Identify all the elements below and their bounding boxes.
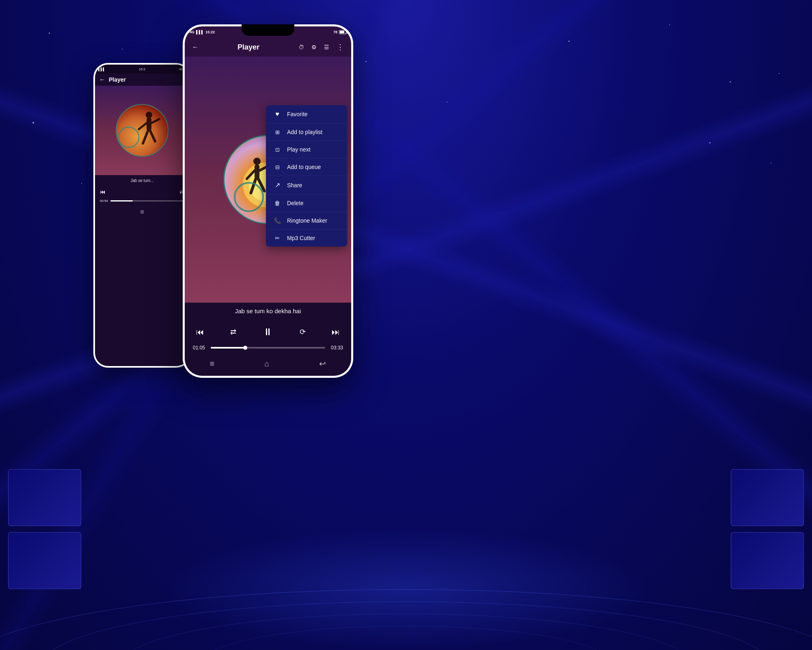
fg-queue-icon[interactable]: ☰ xyxy=(322,42,331,52)
fg-pause-icon: ⏸ xyxy=(263,326,273,338)
context-menu: ♥ Favorite ⊞ Add to playlist ⊡ Play next… xyxy=(266,105,347,247)
fg-status-left: 4G ▌▌▌ 15:22 xyxy=(190,30,215,34)
menu-label-share: Share xyxy=(287,182,302,188)
bg-progress: 00:59 xyxy=(95,197,189,206)
fg-nav-home[interactable]: ⌂ xyxy=(264,359,269,368)
bg-bottom-nav: ≡ xyxy=(95,206,189,220)
side-screens-left xyxy=(8,469,81,589)
fg-nav-back[interactable]: ↩ xyxy=(319,359,326,368)
svg-point-11 xyxy=(253,158,261,165)
fg-repeat[interactable]: ⟳ xyxy=(296,326,309,338)
screen-right-2 xyxy=(731,532,804,589)
fg-time-current: 01:05 xyxy=(193,345,207,351)
fg-equalizer-icon[interactable]: ⚙ xyxy=(310,42,318,52)
fg-song-title-area: Jab se tum ko dekha hai xyxy=(185,303,351,320)
phone-fg-screen: 4G ▌▌▌ 15:22 78 ← Player ⏱ ⚙ ☰ ⋮ xyxy=(185,26,351,376)
menu-item-mp3-cutter[interactable]: ✂ Mp3 Cutter xyxy=(266,230,347,247)
fg-nav-menu[interactable]: ≡ xyxy=(210,359,215,368)
add-to-queue-icon: ⊟ xyxy=(273,164,281,170)
fg-status-battery-text: 78 xyxy=(333,30,337,34)
bg-skip-prev[interactable]: ⏮ xyxy=(100,188,106,195)
fg-app-header: ← Player ⏱ ⚙ ☰ ⋮ xyxy=(185,38,351,56)
phone-notch xyxy=(242,24,294,36)
svg-point-1 xyxy=(146,112,152,118)
fg-status-network: 4G xyxy=(190,30,194,34)
fg-timer-icon[interactable]: ⏱ xyxy=(297,42,306,52)
fg-progress-thumb xyxy=(243,346,247,350)
share-icon: ↗ xyxy=(273,181,281,189)
add-to-playlist-icon: ⊞ xyxy=(273,129,281,135)
bg-album-art xyxy=(116,104,168,157)
fg-bottom-nav: ≡ ⌂ ↩ xyxy=(185,355,351,376)
fg-progress-fill xyxy=(211,347,245,349)
menu-item-share[interactable]: ↗ Share xyxy=(266,176,347,195)
fg-skip-prev[interactable]: ⏮ xyxy=(193,326,207,338)
fg-back-button[interactable]: ← xyxy=(190,42,200,52)
fg-skip-next[interactable]: ⏭ xyxy=(328,326,343,338)
menu-label-favorite: Favorite xyxy=(287,111,308,117)
bg-album-area xyxy=(95,86,189,175)
menu-label-add-to-queue: Add to queue xyxy=(287,164,321,170)
fg-song-title: Jab se tum ko dekha hai xyxy=(235,308,301,314)
fg-status-signal: ▌▌▌ xyxy=(196,30,204,34)
fg-shuffle[interactable]: ⇄ xyxy=(227,326,240,338)
menu-item-add-to-queue[interactable]: ⊟ Add to queue xyxy=(266,158,347,176)
bg-status-time: 15:2 xyxy=(139,67,145,71)
bg-phone-header: ← Player xyxy=(95,74,189,86)
menu-item-ringtone-maker[interactable]: 📞 Ringtone Maker xyxy=(266,212,347,230)
bg-progress-fill xyxy=(110,200,133,202)
bg-nav-menu[interactable]: ≡ xyxy=(140,208,144,216)
svg-rect-2 xyxy=(147,118,151,130)
bg-header-title: Player xyxy=(109,76,126,83)
fg-time-total: 03:33 xyxy=(328,345,343,351)
menu-item-favorite[interactable]: ♥ Favorite xyxy=(266,105,347,124)
side-screens-right xyxy=(731,469,804,589)
bg-progress-bar[interactable] xyxy=(110,200,184,202)
fg-controls-area: ⏮ ⇄ ⏸ ⟳ ⏭ 01:05 03:33 xyxy=(185,320,351,355)
fg-progress-area: 01:05 03:33 xyxy=(193,345,343,351)
bg-back-button[interactable]: ← xyxy=(99,76,106,83)
phone-background: ▌▌▌ 15:2 4G ▮ ← Player xyxy=(93,63,191,368)
bg-time-current: 00:59 xyxy=(100,199,108,203)
svg-rect-0 xyxy=(117,105,168,157)
fg-control-buttons: ⏮ ⇄ ⏸ ⟳ ⏭ xyxy=(193,323,343,341)
bg-controls: ⏮ ⇄ xyxy=(95,186,189,197)
fg-header-title: Player xyxy=(204,43,293,52)
bg-dancer-art xyxy=(117,105,168,157)
menu-label-add-to-playlist: Add to playlist xyxy=(287,129,322,135)
menu-item-play-next[interactable]: ⊡ Play next xyxy=(266,141,347,158)
mp3-cutter-icon: ✂ xyxy=(273,235,281,241)
menu-item-add-to-playlist[interactable]: ⊞ Add to playlist xyxy=(266,124,347,141)
fg-status-right: 78 xyxy=(333,30,346,34)
bg-phone-status-bar: ▌▌▌ 15:2 4G ▮ xyxy=(95,65,189,74)
fg-status-time: 15:22 xyxy=(205,30,215,34)
fg-album-area: ♥ Favorite ⊞ Add to playlist ⊡ Play next… xyxy=(185,56,351,303)
menu-label-play-next: Play next xyxy=(287,146,311,153)
screen-left-1 xyxy=(8,469,81,526)
fg-more-icon[interactable]: ⋮ xyxy=(335,41,346,53)
fg-progress-bar[interactable] xyxy=(211,347,325,349)
play-next-icon: ⊡ xyxy=(273,147,281,153)
bg-status-left: ▌▌▌ xyxy=(98,67,105,71)
screen-left-2 xyxy=(8,532,81,589)
phone-foreground: 4G ▌▌▌ 15:22 78 ← Player ⏱ ⚙ ☰ ⋮ xyxy=(183,24,353,378)
favorite-icon: ♥ xyxy=(273,110,281,118)
menu-label-ringtone-maker: Ringtone Maker xyxy=(287,217,327,224)
screen-right-1 xyxy=(731,469,804,526)
menu-label-delete: Delete xyxy=(287,200,303,206)
delete-icon: 🗑 xyxy=(273,200,281,206)
phone-bg-screen: ▌▌▌ 15:2 4G ▮ ← Player xyxy=(95,65,189,366)
fg-battery-fill xyxy=(340,31,344,33)
svg-rect-12 xyxy=(255,165,259,179)
bg-song-title: Jab se tum... xyxy=(95,175,189,186)
menu-label-mp3-cutter: Mp3 Cutter xyxy=(287,235,315,241)
fg-battery-icon xyxy=(339,30,346,34)
menu-item-delete[interactable]: 🗑 Delete xyxy=(266,195,347,212)
ringtone-icon: 📞 xyxy=(273,217,281,224)
fg-pause-button[interactable]: ⏸ xyxy=(259,323,277,341)
